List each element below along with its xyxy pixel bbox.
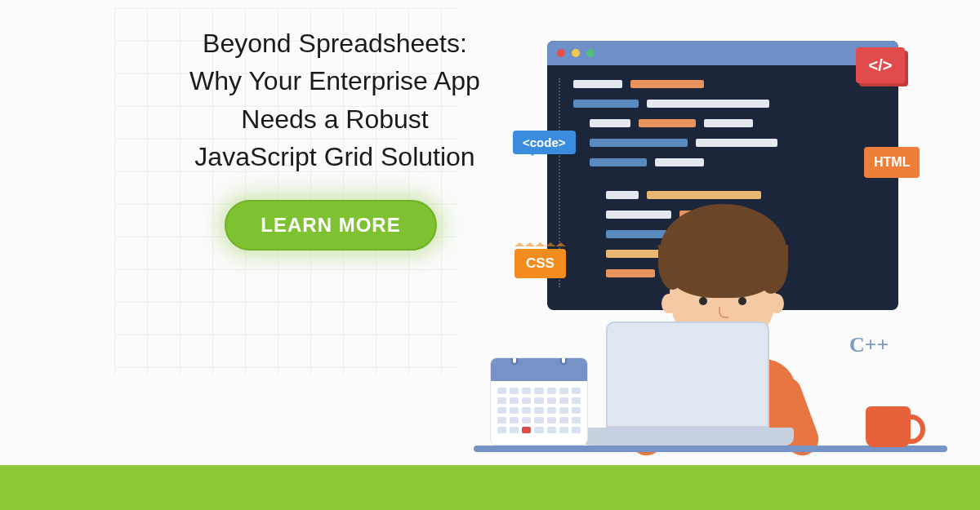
cpp-label: C++ [849,333,889,357]
calendar-today-marker [522,427,531,433]
calendar-ring [560,357,567,365]
coffee-mug-icon [866,406,911,447]
headline-line-2: Why Your Enterprise App [163,62,506,100]
footer-bar [0,465,980,510]
calendar-icon [490,357,588,446]
calendar-grid [491,381,587,440]
eye-right [738,297,746,305]
code-slash-badge: </> [856,47,905,83]
brow-left [694,286,710,290]
close-dot-icon [557,49,565,57]
headline: Beyond Spreadsheets: Why Your Enterprise… [163,24,506,176]
eye-left [699,297,707,305]
code-tag-label: <code> [523,135,566,149]
minimize-dot-icon [572,49,580,57]
laptop [581,362,794,452]
headline-line-4: JavaScript Grid Solution [163,138,506,175]
laptop-base [581,428,794,446]
calendar-ring [511,357,518,365]
developer-illustration: </> <code> HTML CSS C++ [457,41,964,465]
learn-more-label: LEARN MORE [261,214,400,237]
html-label: HTML [874,155,910,169]
maximize-dot-icon [586,49,595,57]
calendar-header [491,358,587,381]
html-badge: HTML [864,147,920,178]
nose [719,307,728,318]
css-label: CSS [526,255,555,271]
learn-more-button[interactable]: LEARN MORE [225,200,437,251]
css-badge: CSS [514,249,566,278]
code-tag-badge: <code> [513,131,576,154]
laptop-screen [606,322,769,428]
brow-right [735,286,751,290]
headline-line-1: Beyond Spreadsheets: [163,24,506,62]
code-slash-icon: </> [869,56,893,75]
headline-line-3: Needs a Robust [163,100,506,138]
window-titlebar [547,41,898,65]
